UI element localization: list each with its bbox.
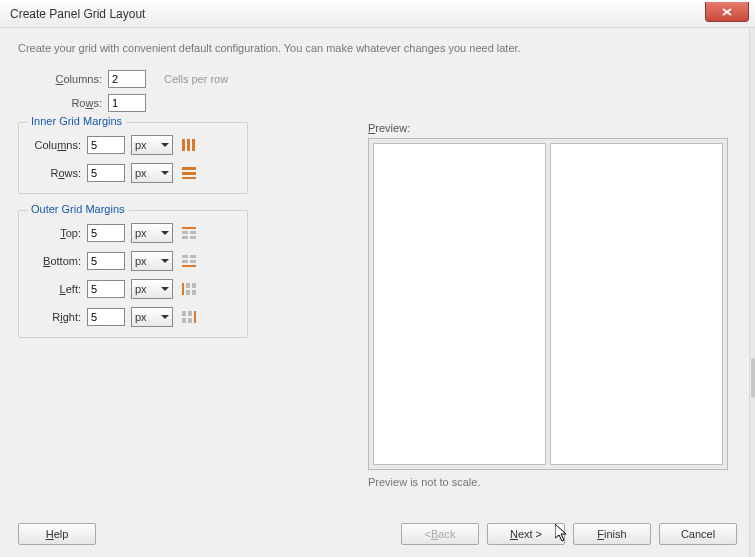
preview-cell <box>550 143 723 465</box>
preview-box <box>368 138 728 470</box>
close-button[interactable] <box>705 2 749 22</box>
window-title: Create Panel Grid Layout <box>10 7 145 21</box>
svg-rect-21 <box>192 290 196 295</box>
margin-right-icon <box>181 310 197 324</box>
svg-rect-17 <box>182 283 184 295</box>
inner-margins-legend: Inner Grid Margins <box>27 115 126 127</box>
outer-left-label: Left: <box>29 283 81 295</box>
cancel-button[interactable]: Cancel <box>659 523 737 545</box>
svg-rect-14 <box>182 260 188 263</box>
back-button: < Back <box>401 523 479 545</box>
outer-right-input[interactable] <box>87 308 125 326</box>
inner-rows-icon[interactable] <box>179 164 199 182</box>
inner-columns-icon[interactable] <box>179 136 199 154</box>
svg-rect-1 <box>182 139 185 151</box>
svg-rect-3 <box>192 139 195 151</box>
svg-rect-8 <box>182 231 188 234</box>
svg-rect-12 <box>182 255 188 258</box>
inner-columns-unit-select[interactable]: px <box>131 135 173 155</box>
outer-top-icon[interactable] <box>179 224 199 242</box>
svg-rect-13 <box>190 255 196 258</box>
outer-bottom-icon[interactable] <box>179 252 199 270</box>
finish-button[interactable]: Finish <box>573 523 651 545</box>
columns-label: Columns: <box>46 73 102 85</box>
outer-right-icon[interactable] <box>179 308 199 326</box>
svg-rect-18 <box>186 283 190 288</box>
rows-input[interactable] <box>108 94 146 112</box>
svg-rect-5 <box>182 172 196 175</box>
columns-hint: Cells per row <box>164 73 228 85</box>
inner-rows-label: Rows: <box>29 167 81 179</box>
outer-top-unit-select[interactable]: px <box>131 223 173 243</box>
preview-label: Preview: <box>368 122 737 134</box>
outer-right-unit-select[interactable]: px <box>131 307 173 327</box>
outer-bottom-label: Bottom: <box>29 255 81 267</box>
outer-left-input[interactable] <box>87 280 125 298</box>
columns-input[interactable] <box>108 70 146 88</box>
svg-rect-4 <box>182 167 196 170</box>
outer-margins-legend: Outer Grid Margins <box>27 203 129 215</box>
inner-columns-label: Columns: <box>29 139 81 151</box>
outer-top-input[interactable] <box>87 224 125 242</box>
svg-rect-19 <box>192 283 196 288</box>
margin-left-icon <box>181 282 197 296</box>
svg-rect-9 <box>190 231 196 234</box>
svg-rect-10 <box>182 236 188 239</box>
titlebar: Create Panel Grid Layout <box>0 0 755 28</box>
svg-rect-6 <box>182 177 196 179</box>
outer-right-label: Right: <box>29 311 81 323</box>
svg-rect-26 <box>194 311 196 323</box>
outer-left-unit-select[interactable]: px <box>131 279 173 299</box>
help-button[interactable]: Help <box>18 523 96 545</box>
outer-top-label: Top: <box>29 227 81 239</box>
margin-bottom-icon <box>181 254 197 268</box>
svg-rect-15 <box>190 260 196 263</box>
preview-cell <box>373 143 546 465</box>
scrollbar-thumb[interactable] <box>751 358 755 398</box>
inner-rows-unit-select[interactable]: px <box>131 163 173 183</box>
outer-bottom-unit-select[interactable]: px <box>131 251 173 271</box>
inner-columns-input[interactable] <box>87 136 125 154</box>
svg-rect-2 <box>187 139 190 151</box>
close-icon <box>722 8 732 16</box>
svg-rect-24 <box>182 318 186 323</box>
outer-margins-group: Outer Grid Margins Top: px <box>18 210 248 338</box>
button-bar: Help < Back Next > Finish Cancel <box>18 523 737 545</box>
scrollbar[interactable] <box>749 28 755 557</box>
inner-margins-group: Inner Grid Margins Columns: px <box>18 122 248 194</box>
rows-label: Rows: <box>46 97 102 109</box>
svg-rect-25 <box>188 318 192 323</box>
svg-rect-23 <box>188 311 192 316</box>
inner-rows-input[interactable] <box>87 164 125 182</box>
svg-rect-20 <box>186 290 190 295</box>
preview-note: Preview is not to scale. <box>368 476 737 488</box>
svg-rect-22 <box>182 311 186 316</box>
margin-top-icon <box>181 226 197 240</box>
svg-rect-7 <box>182 227 196 229</box>
outer-bottom-input[interactable] <box>87 252 125 270</box>
outer-left-icon[interactable] <box>179 280 199 298</box>
svg-rect-11 <box>190 236 196 239</box>
next-button[interactable]: Next > <box>487 523 565 545</box>
columns-margin-icon <box>181 138 197 152</box>
svg-rect-16 <box>182 265 196 267</box>
instruction-text: Create your grid with convenient default… <box>18 42 737 54</box>
rows-margin-icon <box>181 166 197 180</box>
